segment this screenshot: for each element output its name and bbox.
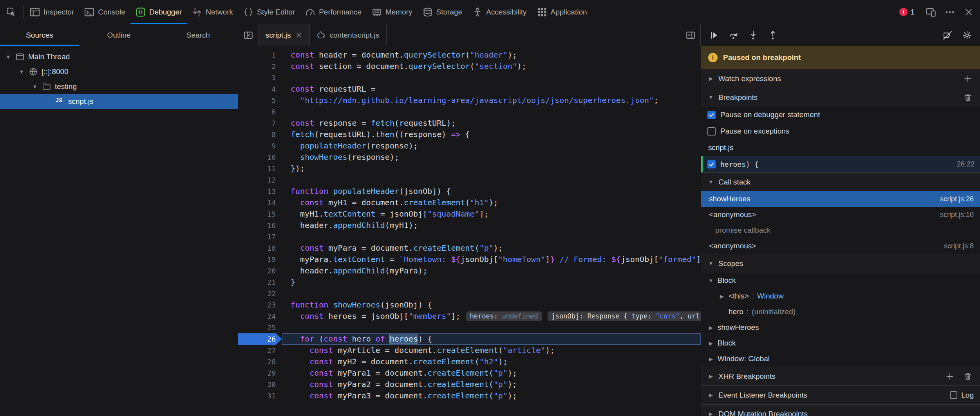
scope-row-hero[interactable]: hero: (uninitialized) [701,304,980,320]
breakpoint-source-label[interactable]: script.js [701,139,980,156]
inline-variable-preview[interactable]: jsonObj: Response { type: "cors", url: "… [548,311,701,321]
breakpoint-option-pause-on-debugger-statement[interactable]: Pause on debugger statement [701,107,980,123]
line-number[interactable]: 5 [238,95,282,106]
add-watch-expression-button[interactable] [962,73,974,85]
chevron-right-icon[interactable] [707,325,714,331]
checkbox[interactable] [707,127,716,136]
toggle-sources-panel-button[interactable] [238,24,259,46]
line-number[interactable]: 30 [238,379,282,390]
step-out-button[interactable] [764,26,782,44]
close-devtools-button[interactable] [960,0,978,24]
editor-tab-contentscript-js[interactable]: contentscript.js [310,24,387,46]
line-number[interactable]: 23 [238,299,282,311]
tree-item-main-thread[interactable]: Main Thread [0,49,238,64]
line-number[interactable]: 1 [238,49,282,61]
line-number[interactable]: 20 [238,265,282,277]
stack-frame--anonymous-[interactable]: <anonymous>script.js:8 [701,238,980,254]
line-number[interactable]: 3 [238,72,282,83]
line-number[interactable]: 28 [238,356,282,367]
step-in-button[interactable] [744,26,762,44]
tab-sources[interactable]: Sources [0,24,79,46]
line-number[interactable]: 31 [238,390,282,402]
scope-row--this-[interactable]: <this>: Window [701,288,980,304]
line-number[interactable]: 7 [238,118,282,129]
line-number[interactable]: 10 [238,152,282,163]
line-number[interactable]: 22 [238,288,282,299]
chevron-down-icon[interactable] [707,278,714,284]
expand-panes-button[interactable] [680,24,701,46]
line-number[interactable]: 2 [238,61,282,72]
chevron-right-icon[interactable] [718,293,725,299]
responsive-design-mode-button[interactable] [922,0,940,24]
tab-outline[interactable]: Outline [79,24,158,46]
devtools-tab-style-editor[interactable]: Style Editor [238,0,300,24]
chevron-right-icon[interactable] [707,340,714,346]
tree-item-testing[interactable]: testing [0,79,238,94]
breakpoint-item[interactable]: heroes) { 26:22 [701,156,980,172]
inline-variable-preview[interactable]: heroes: undefined [466,311,542,321]
line-number[interactable]: 18 [238,242,282,254]
editor-tab-script-js[interactable]: script.js [259,24,310,46]
line-number[interactable]: 14 [238,197,282,208]
line-number[interactable]: 27 [238,345,282,356]
devtools-tab-network[interactable]: Network [187,0,238,24]
line-number[interactable]: 8 [238,129,282,140]
line-number[interactable]: 19 [238,254,282,265]
line-number[interactable]: 29 [238,367,282,379]
chevron-down-icon[interactable] [18,69,25,75]
line-number[interactable]: 15 [238,208,282,220]
devtools-menu-button[interactable] [941,0,959,24]
log-checkbox[interactable] [950,391,957,399]
breakpoint-option-pause-on-exceptions[interactable]: Pause on exceptions [701,123,980,139]
error-count-badge[interactable]: ! 1 [895,8,919,16]
line-number[interactable]: 25 [238,322,282,333]
scope-row-block[interactable]: Block [701,335,980,351]
scope-row-showheroes[interactable]: showHeroes [701,320,980,335]
devtools-tab-debugger[interactable]: Debugger [130,0,187,24]
code-editor[interactable]: 1const header = document.querySelector("… [238,46,701,416]
line-number[interactable]: 4 [238,83,282,95]
add-xhr-breakpoint-button[interactable] [944,371,956,382]
breakpoint-checkbox[interactable] [707,160,716,168]
xhr-breakpoints-header[interactable]: XHR Breakpoints [701,367,980,385]
devtools-tab-storage[interactable]: Storage [418,0,468,24]
close-tab-icon[interactable] [295,32,302,39]
remove-xhr-breakpoints-button[interactable] [962,371,974,382]
line-number[interactable]: 24 [238,311,282,322]
stack-frame-promise-callback[interactable]: promise callback [701,222,980,238]
chevron-down-icon[interactable] [5,54,12,60]
stack-frame--anonymous-[interactable]: <anonymous>script.js:10 [701,207,980,222]
pick-element-button[interactable] [0,0,23,24]
line-number[interactable]: 12 [238,174,282,186]
paused-line-marker[interactable]: 26 [238,333,282,345]
debugger-settings-button[interactable] [958,26,976,44]
event-listener-breakpoints-header[interactable]: Event Listener Breakpoints Log [701,385,980,404]
line-number[interactable]: 6 [238,106,282,118]
tree-item--8000[interactable]: [::]:8000 [0,64,238,79]
line-number[interactable]: 21 [238,277,282,288]
step-over-button[interactable] [725,26,743,44]
devtools-tab-inspector[interactable]: Inspector [25,0,79,24]
line-number[interactable]: 17 [238,231,282,242]
scope-row-block[interactable]: Block [701,273,980,288]
dom-mutation-breakpoints-header[interactable]: DOM Mutation Breakpoints [701,404,980,416]
devtools-tab-accessibility[interactable]: Accessibility [467,0,532,24]
devtools-tab-performance[interactable]: Performance [300,0,367,24]
call-stack-header[interactable]: Call stack [701,172,980,191]
line-number[interactable]: 13 [238,186,282,197]
line-number[interactable]: 16 [238,220,282,231]
line-number[interactable]: 11 [238,163,282,174]
devtools-tab-application[interactable]: Application [532,0,592,24]
resume-button[interactable] [705,26,723,44]
watch-expressions-header[interactable]: Watch expressions [701,69,980,88]
stack-frame-showheroes[interactable]: showHeroesscript.js:26 [701,191,980,207]
line-number[interactable]: 9 [238,140,282,152]
remove-all-breakpoints-button[interactable] [962,92,974,103]
checkbox[interactable] [707,111,716,119]
scopes-header[interactable]: Scopes [701,254,980,273]
chevron-down-icon[interactable] [31,84,38,90]
tree-item-script-js[interactable]: JSscript.js [0,94,238,109]
scope-row-window-global[interactable]: Window: Global [701,351,980,367]
breakpoints-header[interactable]: Breakpoints [701,88,980,107]
deactivate-breakpoints-button[interactable] [938,26,956,44]
